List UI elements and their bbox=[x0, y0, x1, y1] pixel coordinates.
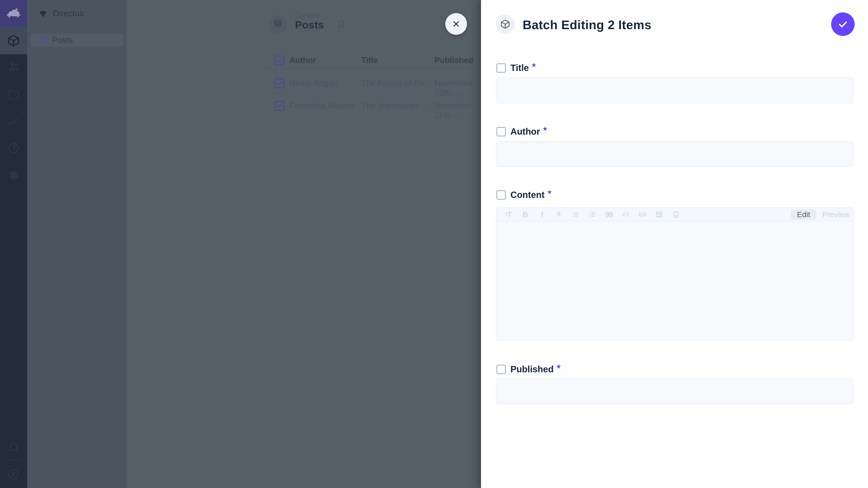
cell-title: The Future of Re... bbox=[361, 78, 432, 88]
column-header-author[interactable]: Author bbox=[289, 56, 316, 65]
bulleted-list-icon[interactable] bbox=[569, 208, 582, 221]
module-help[interactable] bbox=[0, 135, 27, 162]
required-icon: ★ bbox=[531, 61, 537, 69]
account-button[interactable] bbox=[0, 461, 27, 488]
box-icon bbox=[7, 34, 20, 47]
cell-title: The Importance ... bbox=[361, 101, 429, 110]
drawer-close-button[interactable] bbox=[445, 13, 467, 35]
project-name: Directus bbox=[53, 9, 84, 18]
text-size-icon[interactable]: tT bbox=[502, 208, 515, 221]
module-settings[interactable] bbox=[0, 162, 27, 189]
navigation-sidebar: Directus Posts bbox=[27, 0, 127, 488]
tab-edit[interactable]: Edit bbox=[791, 209, 816, 220]
markdown-editor: tT B I 123 99 Edit Preview bbox=[496, 207, 854, 341]
column-header-published[interactable]: Published bbox=[434, 56, 473, 65]
main-content: Content Posts Author Title Published Con… bbox=[127, 0, 481, 488]
cell-published: November 12th, ... bbox=[434, 78, 481, 97]
published-input[interactable] bbox=[496, 379, 854, 404]
required-icon: ★ bbox=[547, 188, 552, 196]
directus-rabbit-icon bbox=[5, 5, 22, 22]
select-all-checkbox[interactable] bbox=[274, 56, 284, 66]
drawer-title: Batch Editing 2 Items bbox=[523, 18, 651, 32]
page-title: Posts bbox=[295, 19, 324, 31]
svg-text:3: 3 bbox=[589, 215, 591, 218]
table-icon[interactable] bbox=[653, 208, 665, 221]
directus-logo-button[interactable] bbox=[0, 0, 27, 27]
field-content-label-row: Content ★ bbox=[496, 190, 552, 200]
field-published-label-row: Published ★ bbox=[496, 364, 561, 375]
batch-field-checkbox-content[interactable] bbox=[496, 190, 506, 200]
module-insights[interactable] bbox=[0, 108, 27, 135]
bold-icon[interactable]: B bbox=[519, 208, 532, 221]
field-label: Author bbox=[510, 127, 540, 137]
link-icon[interactable] bbox=[636, 208, 649, 221]
batch-field-checkbox-author[interactable] bbox=[496, 127, 506, 136]
tab-preview[interactable]: Preview bbox=[819, 209, 853, 220]
close-icon bbox=[451, 19, 461, 29]
batch-field-checkbox-title[interactable] bbox=[496, 63, 506, 73]
editor-toolbar: tT B I 123 99 Edit Preview bbox=[496, 208, 853, 221]
check-icon bbox=[276, 80, 282, 86]
cell-published: November 11th, ... bbox=[434, 101, 481, 120]
database-icon bbox=[273, 19, 283, 29]
account-icon bbox=[7, 468, 20, 481]
save-button[interactable] bbox=[831, 12, 855, 36]
field-label: Title bbox=[510, 63, 529, 73]
row-checkbox[interactable] bbox=[274, 78, 284, 88]
field-title-label-row: Title ★ bbox=[496, 63, 537, 73]
field-author-label-row: Author ★ bbox=[496, 127, 548, 137]
required-icon: ★ bbox=[542, 125, 548, 132]
gear-icon bbox=[7, 169, 20, 182]
folder-icon bbox=[7, 88, 20, 101]
cell-author: Nadia Bogart bbox=[289, 78, 338, 88]
module-files[interactable] bbox=[0, 81, 27, 108]
database-icon bbox=[39, 35, 49, 45]
numbered-list-icon[interactable]: 123 bbox=[586, 208, 598, 221]
field-label: Content bbox=[510, 190, 545, 200]
module-users[interactable] bbox=[0, 53, 27, 80]
required-icon: ★ bbox=[556, 363, 561, 370]
breadcrumb[interactable]: Content bbox=[295, 11, 320, 20]
check-icon bbox=[837, 18, 849, 30]
gem-icon bbox=[38, 8, 49, 19]
drawer-header-icon bbox=[495, 14, 515, 34]
title-input[interactable] bbox=[496, 77, 854, 103]
project-header[interactable]: Directus bbox=[27, 0, 127, 27]
column-header-title[interactable]: Title bbox=[361, 56, 378, 65]
box-icon bbox=[500, 19, 510, 29]
strikethrough-icon[interactable] bbox=[553, 208, 565, 221]
sidebar-item-label: Posts bbox=[52, 35, 73, 45]
row-checkbox[interactable] bbox=[274, 101, 284, 111]
author-input[interactable] bbox=[496, 141, 854, 167]
help-icon bbox=[7, 142, 20, 155]
code-icon[interactable] bbox=[619, 208, 632, 221]
cell-author: Fernanda Alvarez bbox=[289, 101, 355, 110]
check-icon bbox=[276, 58, 282, 64]
field-label: Published bbox=[510, 364, 554, 375]
italic-icon[interactable]: I bbox=[536, 208, 548, 221]
insights-icon bbox=[7, 115, 20, 128]
image-icon[interactable] bbox=[670, 208, 682, 221]
content-textarea[interactable] bbox=[496, 221, 853, 340]
module-content[interactable] bbox=[0, 27, 27, 54]
blockquote-icon[interactable]: 99 bbox=[602, 208, 615, 221]
bell-icon bbox=[7, 441, 20, 454]
bookmark-icon[interactable] bbox=[336, 19, 347, 29]
sidebar-item-posts[interactable]: Posts bbox=[30, 34, 124, 47]
module-bar-divider bbox=[4, 460, 23, 461]
batch-field-checkbox-published[interactable] bbox=[496, 365, 506, 374]
module-bar bbox=[0, 0, 27, 488]
check-icon bbox=[276, 103, 282, 109]
collection-icon-button[interactable] bbox=[269, 15, 287, 33]
users-icon bbox=[7, 60, 20, 73]
notifications-button[interactable] bbox=[0, 433, 27, 461]
